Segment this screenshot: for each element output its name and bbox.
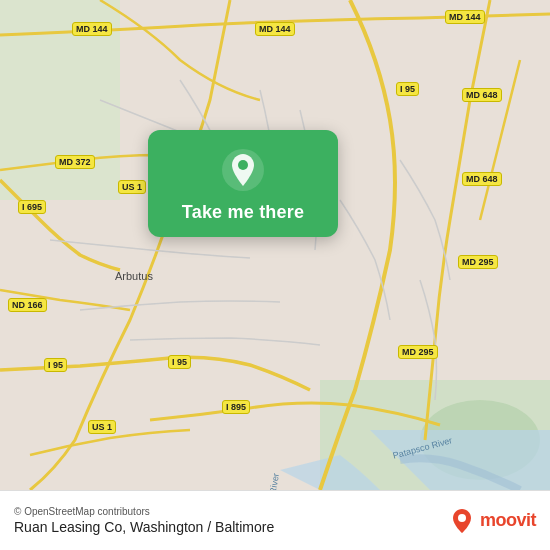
- road-label-md648-2: MD 648: [462, 172, 502, 186]
- map-container: Patapsco River River MD 144 MD 144 MD 14…: [0, 0, 550, 490]
- location-card: Take me there: [148, 130, 338, 237]
- road-label-md144-1: MD 144: [72, 22, 112, 36]
- moovit-logo: moovit: [448, 507, 536, 535]
- road-label-md295-2: MD 295: [398, 345, 438, 359]
- take-me-there-button[interactable]: Take me there: [182, 202, 304, 223]
- road-label-i695: I 695: [18, 200, 46, 214]
- location-pin-icon: [221, 148, 265, 192]
- road-label-i95-1: I 95: [44, 358, 67, 372]
- road-label-nd166: ND 166: [8, 298, 47, 312]
- place-label-arbutus: Arbutus: [115, 270, 153, 282]
- road-label-us1-1: US 1: [118, 180, 146, 194]
- footer-copyright: © OpenStreetMap contributors: [14, 506, 274, 517]
- road-label-md648-1: MD 648: [462, 88, 502, 102]
- road-label-i95-2: I 95: [168, 355, 191, 369]
- footer-bar: © OpenStreetMap contributors Ruan Leasin…: [0, 490, 550, 550]
- road-label-i895: I 895: [222, 400, 250, 414]
- moovit-icon: [448, 507, 476, 535]
- road-label-md144-3: MD 144: [445, 10, 485, 24]
- svg-point-7: [238, 160, 248, 170]
- footer-location-label: Ruan Leasing Co, Washington / Baltimore: [14, 519, 274, 535]
- road-label-md372: MD 372: [55, 155, 95, 169]
- road-label-us1-2: US 1: [88, 420, 116, 434]
- road-label-md144-2: MD 144: [255, 22, 295, 36]
- moovit-text-label: moovit: [480, 510, 536, 531]
- svg-point-8: [458, 514, 466, 522]
- road-label-i95-3: I 95: [396, 82, 419, 96]
- footer-left: © OpenStreetMap contributors Ruan Leasin…: [14, 506, 274, 535]
- road-label-md295-1: MD 295: [458, 255, 498, 269]
